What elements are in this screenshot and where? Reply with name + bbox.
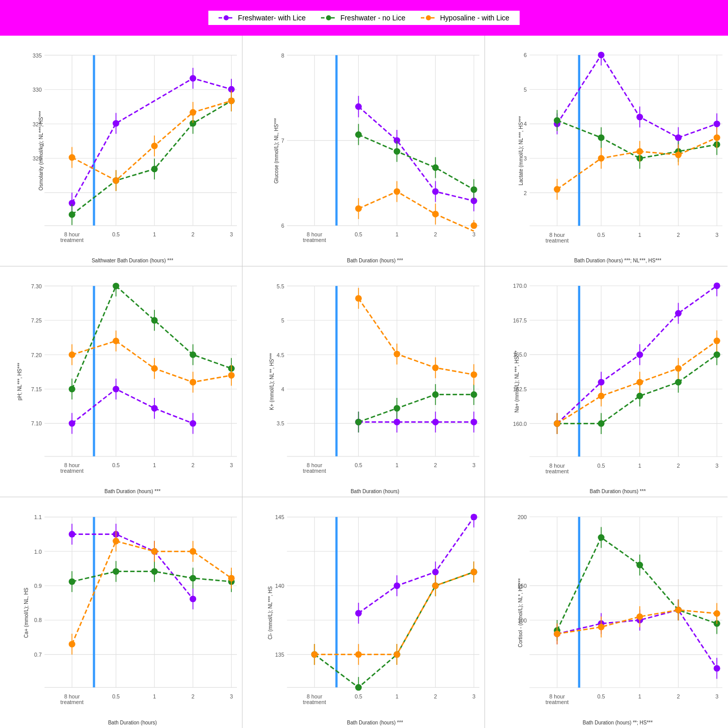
svg-text:3.5: 3.5 [277, 420, 284, 426]
chart-osmolarity: Osmolarity (mmol/kg); NL***, HS*** Salth… [0, 36, 242, 266]
svg-text:0.5: 0.5 [598, 463, 605, 469]
svg-text:3: 3 [472, 231, 475, 237]
svg-text:165.0: 165.0 [513, 352, 527, 358]
svg-text:200: 200 [518, 514, 527, 520]
svg-text:1: 1 [153, 231, 156, 237]
svg-text:3: 3 [472, 462, 475, 468]
svg-text:treatment: treatment [303, 237, 326, 243]
x-label-kplus: Bath Duration (hours) [271, 489, 479, 494]
magenta-right [606, 0, 728, 36]
svg-text:7.25: 7.25 [31, 317, 42, 323]
svg-text:7.15: 7.15 [31, 386, 42, 392]
svg-text:treatment: treatment [546, 237, 569, 243]
x-label-caplus: Bath Duration (hours) [28, 720, 237, 725]
svg-text:3: 3 [524, 155, 527, 161]
svg-glucose: 8 7 6 8 hour treatment 0.5 1 2 3 [271, 43, 479, 243]
chart-caplus: Ca+ (mmol/L); NL, HS Bath Duration (hour… [0, 497, 242, 728]
legend-label-orange: Hyposaline - with Lice [440, 14, 509, 22]
svg-text:1: 1 [153, 693, 156, 699]
svg-kplus: 5.5 5 4.5 4 3.5 8 hour treatment 0.5 1 2… [271, 274, 479, 474]
svg-text:135: 135 [275, 652, 284, 658]
svg-osmolarity: 335 330 325 320 8 hour treatment 0.5 1 2… [28, 43, 237, 243]
svg-text:0.5: 0.5 [112, 231, 120, 237]
svg-text:160.0: 160.0 [513, 421, 527, 427]
svg-text:1: 1 [638, 693, 641, 699]
chart-clminus: Cl- (mmol/L); NL***, HS Bath Duration (h… [242, 497, 485, 728]
svg-text:7.10: 7.10 [31, 420, 42, 426]
svg-caplus: 1.1 1.0 0.9 0.8 0.7 8 hour treatment 0.5… [28, 505, 237, 705]
svg-text:162.5: 162.5 [513, 386, 527, 392]
x-label-clminus: Bath Duration (hours) *** [271, 720, 479, 725]
svg-text:5.5: 5.5 [277, 283, 284, 289]
svg-text:0.5: 0.5 [355, 462, 362, 468]
chart-naplus: Na+ (mmol/L); NL***, HS*** Bath Duration… [485, 266, 727, 497]
svg-text:1: 1 [638, 232, 641, 238]
x-label-glucose: Bath Duration (hours) *** [271, 258, 479, 263]
chart-kplus: K+ (mmol/L); NL**, HS*** Bath Duration (… [242, 266, 485, 497]
svg-text:145: 145 [275, 514, 284, 520]
svg-text:0.5: 0.5 [598, 232, 605, 238]
magenta-left [0, 0, 122, 36]
svg-text:325: 325 [33, 121, 42, 127]
svg-text:0.5: 0.5 [112, 462, 120, 468]
x-label-osmolarity: Salthwater Bath Duration (hours) *** [28, 258, 237, 263]
svg-text:treatment: treatment [303, 699, 326, 705]
chart-ph: pH; NL***, HS*** Bath Duration (hours) *… [0, 266, 242, 497]
svg-text:treatment: treatment [303, 468, 326, 474]
svg-text:167.5: 167.5 [513, 317, 527, 323]
svg-text:3: 3 [715, 693, 718, 699]
svg-text:3: 3 [715, 232, 718, 238]
svg-text:335: 335 [33, 52, 42, 59]
svg-text:treatment: treatment [546, 699, 569, 705]
svg-text:3: 3 [230, 462, 233, 468]
svg-text:3: 3 [715, 463, 718, 469]
svg-text:8: 8 [281, 52, 284, 59]
svg-text:0.7: 0.7 [34, 652, 42, 658]
svg-text:330: 330 [33, 87, 42, 93]
svg-text:0.8: 0.8 [34, 617, 42, 623]
chart-lactate: Lactate (mmol/L); NL***, HS*** Bath Dura… [485, 36, 727, 266]
svg-text:treatment: treatment [546, 468, 569, 474]
svg-text:2: 2 [677, 463, 680, 469]
svg-text:2: 2 [677, 693, 680, 699]
x-label-ph: Bath Duration (hours) *** [28, 489, 237, 494]
svg-text:4.5: 4.5 [277, 352, 284, 358]
svg-text:3: 3 [230, 693, 233, 699]
legend: Freshwater- with Lice Freshwater - no Li… [208, 11, 520, 25]
svg-ph: 7.30 7.25 7.20 7.15 7.10 8 hour treatmen… [28, 274, 237, 474]
chart-glucose: Glucose (mmol/L); NL, HS*** Bath Duratio… [242, 36, 485, 266]
svg-text:0.5: 0.5 [112, 693, 120, 699]
svg-text:4: 4 [524, 121, 527, 127]
legend-label-purple: Freshwater- with Lice [238, 14, 306, 22]
svg-clminus: 145 140 135 8 hour treatment 0.5 1 2 3 [271, 505, 479, 705]
svg-text:treatment: treatment [61, 468, 84, 474]
svg-text:1: 1 [395, 693, 398, 699]
svg-text:1: 1 [395, 462, 398, 468]
legend-item-green: Freshwater - no Lice [321, 14, 406, 22]
svg-text:2: 2 [434, 462, 437, 468]
svg-naplus: 170.0 167.5 165.0 162.5 160.0 8 hour tre… [513, 274, 722, 474]
svg-text:0.5: 0.5 [355, 231, 362, 237]
y-label-ph: pH; NL***, HS*** [17, 363, 22, 400]
svg-text:320: 320 [33, 155, 42, 161]
legend-item-orange: Hyposaline - with Lice [421, 14, 509, 22]
svg-text:1: 1 [638, 463, 641, 469]
svg-text:4: 4 [281, 386, 284, 392]
svg-text:treatment: treatment [61, 699, 84, 705]
svg-point-5 [426, 15, 431, 20]
svg-text:0.5: 0.5 [355, 693, 362, 699]
svg-point-3 [326, 15, 331, 20]
svg-text:treatment: treatment [61, 237, 84, 243]
svg-text:2: 2 [192, 693, 195, 699]
svg-text:170.0: 170.0 [513, 283, 527, 289]
svg-lactate: 6 5 4 3 2 8 hour treatment 0.5 1 2 3 [513, 43, 722, 243]
svg-text:3: 3 [472, 693, 475, 699]
svg-point-1 [224, 15, 229, 20]
svg-text:3: 3 [230, 231, 233, 237]
svg-text:5: 5 [281, 317, 284, 323]
svg-cortisol: 200 150 100 8 hour treatment 0.5 1 2 3 [513, 505, 722, 705]
svg-text:2: 2 [524, 190, 527, 196]
svg-text:7.20: 7.20 [31, 352, 42, 358]
svg-text:7.30: 7.30 [31, 283, 42, 289]
svg-text:6: 6 [281, 223, 284, 229]
